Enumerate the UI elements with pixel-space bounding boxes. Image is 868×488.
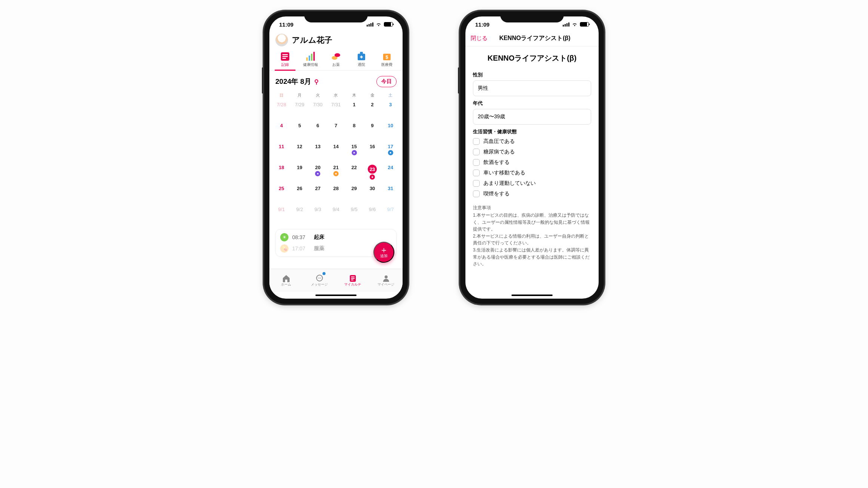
notch — [500, 11, 564, 22]
checkbox-label: あまり運動していない — [483, 180, 536, 187]
day-of-week-header: 日月火水木金土 — [269, 90, 403, 99]
checkbox-row[interactable]: 飲酒をする — [473, 159, 591, 166]
profile-header[interactable]: アルム花子 — [269, 32, 403, 49]
calendar-cell[interactable]: 26 — [291, 183, 309, 203]
calendar-cell[interactable]: 7/29 — [291, 99, 309, 119]
calendar-cell[interactable]: 31 — [381, 183, 400, 203]
calendar-cell[interactable]: 20● — [309, 162, 327, 182]
calendar-cell[interactable]: 11 — [272, 141, 291, 161]
avatar — [275, 34, 288, 46]
tab-1[interactable]: メッセージ — [303, 269, 336, 292]
event-marker-icon: ● — [352, 150, 357, 155]
calendar-cell[interactable]: 23● — [363, 162, 382, 182]
calendar-cell[interactable]: 8 — [345, 120, 363, 140]
calendar-cell[interactable]: 22 — [345, 162, 363, 182]
tab-0[interactable]: ホーム — [269, 269, 303, 292]
calendar-cell[interactable]: 30 — [363, 183, 382, 203]
form-body: KENNOライフアシスト(β) 性別 男性 年代 20歳〜39歳 生活習慣・健康… — [465, 46, 599, 292]
calendar-cell[interactable]: 2 — [363, 99, 382, 119]
checkbox-label: 飲酒をする — [483, 159, 510, 166]
calendar-cell[interactable]: 14 — [327, 141, 345, 161]
calendar-cell[interactable]: 9/3 — [309, 204, 327, 224]
calendar-cell[interactable]: 16 — [363, 141, 382, 161]
calendar-cell[interactable]: 12 — [291, 141, 309, 161]
age-select[interactable]: 20歳〜39歳 — [473, 109, 591, 125]
calendar-cell[interactable]: 6 — [309, 120, 327, 140]
checkbox-icon — [473, 159, 480, 166]
calendar-cell[interactable]: 9/6 — [363, 204, 382, 224]
profile-name: アルム花子 — [292, 35, 332, 45]
checkbox-row[interactable]: 車いす移動である — [473, 170, 591, 176]
calendar-cell[interactable]: 17● — [381, 141, 400, 161]
category-label: 記録 — [281, 62, 289, 67]
category-tab-1[interactable]: 健康情報 — [298, 49, 323, 70]
calendar-cell[interactable]: 24 — [381, 162, 400, 182]
calendar-cell[interactable]: 3 — [381, 99, 400, 119]
today-button[interactable]: 今日 — [376, 76, 397, 87]
calendar-cell[interactable]: 9 — [363, 120, 382, 140]
category-icon — [356, 51, 367, 61]
svg-point-12 — [318, 278, 319, 278]
calendar-cell[interactable]: 13 — [309, 141, 327, 161]
checkbox-icon — [473, 149, 480, 155]
wifi-icon — [376, 22, 382, 27]
calendar-cell[interactable]: 9/2 — [291, 204, 309, 224]
calendar-cell[interactable]: 27 — [309, 183, 327, 203]
dow-label: 火 — [309, 92, 327, 98]
checkbox-row[interactable]: あまり運動していない — [473, 180, 591, 187]
tab-3[interactable]: マイページ — [369, 269, 403, 292]
calendar-cell[interactable]: 7/30 — [309, 99, 327, 119]
category-tab-0[interactable]: 記録 — [272, 49, 298, 70]
lifestyle-check-list: 高血圧である糖尿病である飲酒をする車いす移動であるあまり運動していない喫煙をする — [473, 138, 591, 197]
calendar-cell[interactable]: 9/4 — [327, 204, 345, 224]
svg-text:$: $ — [386, 55, 388, 60]
tab-label: マイページ — [378, 282, 394, 287]
calendar-grid: 7/287/297/307/31123456789101112131415●16… — [269, 99, 403, 225]
svg-rect-3 — [311, 54, 312, 61]
svg-rect-8 — [360, 52, 363, 54]
add-fab[interactable]: ＋ 追加 — [373, 242, 394, 263]
checkbox-row[interactable]: 高血圧である — [473, 138, 591, 145]
svg-point-16 — [385, 275, 388, 278]
fab-label: 追加 — [380, 253, 388, 259]
category-label: 通院 — [358, 62, 365, 67]
dow-label: 金 — [363, 92, 382, 98]
month-selector[interactable]: 2024年 8月 ⚲ — [275, 77, 319, 86]
calendar-cell[interactable]: 9/1 — [272, 204, 291, 224]
calendar-cell[interactable]: 29 — [345, 183, 363, 203]
category-tab-4[interactable]: $医療費 — [374, 49, 400, 70]
category-tab-2[interactable]: お薬 — [323, 49, 349, 70]
battery-icon — [580, 22, 589, 27]
calendar-cell[interactable]: 5 — [291, 120, 309, 140]
entry-row[interactable]: ☀08:37起床 — [280, 233, 392, 241]
signal-icon — [563, 22, 569, 27]
dow-label: 木 — [345, 92, 363, 98]
month-indicator-icon: ⚲ — [314, 78, 319, 85]
checkbox-row[interactable]: 喫煙をする — [473, 190, 591, 197]
calendar-cell[interactable]: 9/5 — [345, 204, 363, 224]
screen-right: 11:09 閉じる KENNOライフアシスト(β) KENNOライフアシスト(β… — [465, 16, 599, 299]
gender-select[interactable]: 男性 — [473, 80, 591, 96]
notes-heading: 注意事項 — [473, 205, 591, 211]
calendar-cell[interactable]: 18 — [272, 162, 291, 182]
calendar-cell[interactable]: 7 — [327, 120, 345, 140]
calendar-cell[interactable]: 10 — [381, 120, 400, 140]
checkbox-row[interactable]: 糖尿病である — [473, 149, 591, 155]
svg-rect-1 — [306, 58, 308, 61]
calendar-cell[interactable]: 19 — [291, 162, 309, 182]
notch — [304, 11, 368, 22]
category-tab-3[interactable]: 通院 — [349, 49, 374, 70]
calendar-cell[interactable]: 28 — [327, 183, 345, 203]
checkbox-label: 糖尿病である — [483, 149, 515, 155]
calendar-cell[interactable]: 9/7 — [381, 204, 400, 224]
tab-2[interactable]: マイカルテ — [336, 269, 369, 292]
calendar-cell[interactable]: 7/31 — [327, 99, 345, 119]
calendar-cell[interactable]: 1 — [345, 99, 363, 119]
entry-label: 起床 — [314, 234, 324, 241]
calendar-cell[interactable]: 15● — [345, 141, 363, 161]
calendar-cell[interactable]: 4 — [272, 120, 291, 140]
calendar-cell[interactable]: 7/28 — [272, 99, 291, 119]
tab-label: ホーム — [281, 282, 291, 287]
calendar-cell[interactable]: 21● — [327, 162, 345, 182]
calendar-cell[interactable]: 25 — [272, 183, 291, 203]
